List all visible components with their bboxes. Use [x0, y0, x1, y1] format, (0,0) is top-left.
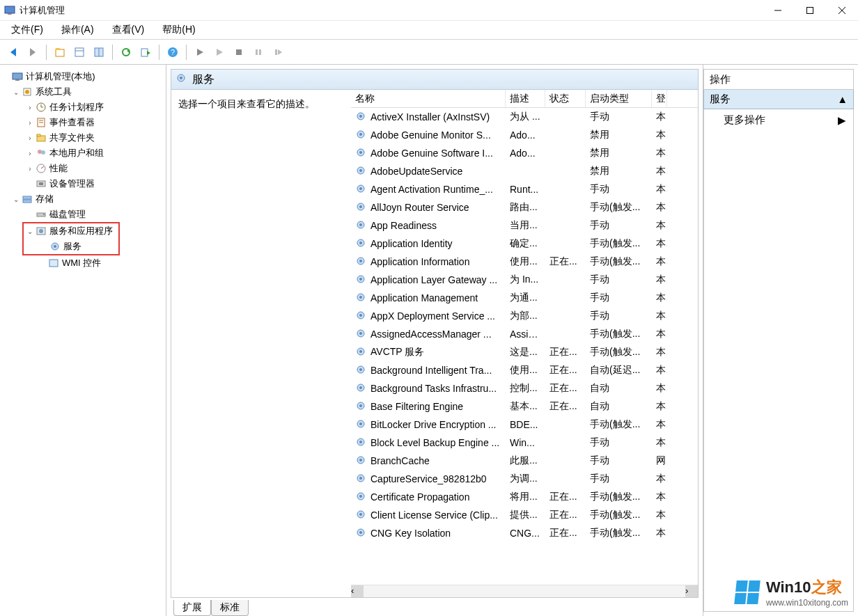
tab-standard[interactable]: 标准 — [211, 600, 249, 616]
service-row[interactable]: Client License Service (Clip...提供...正在..… — [351, 506, 698, 524]
watermark-brand: Win10 — [766, 578, 811, 596]
svg-rect-10 — [75, 48, 84, 56]
service-row[interactable]: Background Tasks Infrastru...控制...正在...自… — [351, 379, 698, 397]
service-row[interactable]: App Readiness当用...手动本 — [351, 216, 698, 235]
service-startup: 手动 — [586, 272, 652, 287]
expand-icon[interactable]: › — [25, 104, 35, 111]
expand-icon[interactable]: › — [25, 134, 35, 142]
menu-file[interactable]: 文件(F) — [7, 22, 47, 38]
service-desc: 确定... — [506, 236, 545, 251]
service-row[interactable]: AllJoyn Router Service路由...手动(触发...本 — [351, 198, 698, 216]
forward-button[interactable] — [24, 43, 42, 61]
start-service-button[interactable] — [191, 43, 209, 61]
service-row[interactable]: Adobe Genuine Software I...Ado...禁用本 — [351, 144, 698, 162]
pause2-button[interactable] — [249, 43, 267, 61]
close-button[interactable] — [826, 0, 858, 20]
menu-help[interactable]: 帮助(H) — [158, 22, 199, 38]
service-state — [545, 278, 586, 281]
col-desc[interactable]: 描述 — [506, 90, 545, 107]
tree-shared-folders[interactable]: › 共享文件夹 — [1, 130, 164, 145]
svg-point-101 — [359, 513, 362, 516]
tree-label: 服务 — [63, 240, 81, 253]
service-row[interactable]: Application Management为通...手动本 — [351, 289, 698, 307]
action-more[interactable]: 更多操作 ▶ — [704, 109, 853, 131]
stop-service-button[interactable] — [230, 43, 248, 61]
up-button[interactable] — [51, 43, 69, 61]
service-state — [545, 297, 586, 299]
service-row[interactable]: BranchCache此服...手动网 — [351, 452, 698, 470]
tree-storage[interactable]: ⌄ 存储 — [1, 191, 164, 207]
service-name: AVCTP 服务 — [370, 346, 424, 358]
back-button[interactable] — [4, 43, 22, 61]
tree-services[interactable]: 服务 — [25, 239, 117, 254]
col-name[interactable]: 名称 — [351, 90, 506, 107]
show-hide-button[interactable] — [90, 43, 108, 61]
service-row[interactable]: Base Filtering Engine基本...正在...自动本 — [351, 397, 698, 416]
service-row[interactable]: AssignedAccessManager ...Assig...手动(触发..… — [351, 325, 698, 343]
service-row[interactable]: AdobeUpdateService禁用本 — [351, 162, 698, 180]
gear-icon — [355, 201, 366, 214]
tree-root[interactable]: 计算机管理(本地) — [1, 69, 164, 84]
actions-section[interactable]: 服务 ▲ — [703, 90, 854, 109]
service-row[interactable]: AppX Deployment Service ...为部...手动本 — [351, 307, 698, 325]
tree-performance[interactable]: › 性能 — [1, 161, 164, 176]
refresh-button[interactable] — [117, 43, 135, 61]
service-row[interactable]: BitLocker Drive Encryption ...BDE...手动(触… — [351, 416, 698, 434]
scroll-left-button[interactable]: ‹ — [351, 585, 364, 597]
pause-service-button[interactable] — [210, 43, 228, 61]
collapse-icon[interactable]: ⌄ — [11, 196, 21, 203]
table-header: 名称 描述 状态 启动类型 登 — [351, 90, 698, 108]
service-row[interactable]: Block Level Backup Engine ...Win...手动本 — [351, 434, 698, 452]
service-row[interactable]: ActiveX Installer (AxInstSV)为从 ...手动本 — [351, 108, 698, 126]
expand-icon[interactable]: › — [25, 165, 35, 173]
properties-button[interactable] — [70, 43, 88, 61]
bottom-tabs: 扩展 标准 — [171, 599, 699, 616]
service-row[interactable]: Application Information使用...正在...手动(触发..… — [351, 253, 698, 271]
tree-disk-mgmt[interactable]: 磁盘管理 — [1, 207, 164, 222]
tree-task-scheduler[interactable]: › 任务计划程序 — [1, 100, 164, 115]
maximize-button[interactable] — [794, 0, 826, 20]
tree-local-users[interactable]: › 本地用户和组 — [1, 145, 164, 161]
scroll-right-button[interactable]: › — [685, 585, 698, 597]
minimize-button[interactable] — [762, 0, 794, 20]
col-state[interactable]: 状态 — [545, 90, 586, 107]
tab-extended[interactable]: 扩展 — [173, 600, 211, 616]
chevron-right-icon: ▶ — [838, 114, 846, 127]
help-button[interactable]: ? — [164, 43, 182, 61]
table-body[interactable]: ActiveX Installer (AxInstSV)为从 ...手动本Ado… — [351, 108, 698, 585]
tree-wmi[interactable]: WMI 控件 — [1, 255, 164, 271]
tree-services-apps[interactable]: ⌄ 服务和应用程序 — [25, 223, 117, 239]
expand-icon[interactable]: › — [25, 150, 35, 157]
service-state: 正在... — [545, 363, 586, 378]
service-row[interactable]: Certificate Propagation将用...正在...手动(触发..… — [351, 488, 698, 506]
service-row[interactable]: Application Layer Gateway ...为 In...手动本 — [351, 271, 698, 289]
service-state: 正在... — [545, 345, 586, 360]
col-logon[interactable]: 登 — [652, 90, 667, 107]
collapse-icon[interactable]: ⌄ — [25, 228, 35, 235]
service-startup: 手动 — [586, 218, 652, 233]
service-name: AssignedAccessManager ... — [370, 329, 492, 340]
tree-system-tools[interactable]: ⌄ 系统工具 — [1, 84, 164, 100]
collapse-icon[interactable]: ⌄ — [11, 88, 21, 96]
service-state — [545, 152, 586, 155]
service-row[interactable]: Background Intelligent Tra...使用...正在...自… — [351, 361, 698, 379]
service-desc: 控制... — [506, 381, 545, 396]
service-name: Certificate Propagation — [370, 491, 469, 503]
service-row[interactable]: AVCTP 服务这是...正在...手动(触发...本 — [351, 343, 698, 361]
menu-view[interactable]: 查看(V) — [108, 22, 149, 38]
export-button[interactable] — [136, 43, 155, 61]
service-logon: 本 — [652, 526, 667, 541]
col-startup[interactable]: 启动类型 — [586, 90, 652, 107]
service-row[interactable]: CNG Key IsolationCNG...正在...手动(触发...本 — [351, 524, 698, 542]
tree-event-viewer[interactable]: › 事件查看器 — [1, 115, 164, 130]
tree-device-manager[interactable]: 设备管理器 — [1, 176, 164, 191]
svg-point-93 — [359, 441, 362, 443]
service-row[interactable]: Adobe Genuine Monitor S...Ado...禁用本 — [351, 126, 698, 144]
horizontal-scrollbar[interactable]: ‹ › — [351, 585, 698, 597]
service-row[interactable]: Application Identity确定...手动(触发...本 — [351, 235, 698, 253]
service-row[interactable]: CaptureService_982812b0为调...手动本 — [351, 470, 698, 488]
restart-service-button[interactable] — [269, 43, 287, 61]
menu-action[interactable]: 操作(A) — [57, 22, 98, 38]
service-row[interactable]: Agent Activation Runtime_...Runt...手动本 — [351, 180, 698, 198]
expand-icon[interactable]: › — [25, 119, 35, 127]
